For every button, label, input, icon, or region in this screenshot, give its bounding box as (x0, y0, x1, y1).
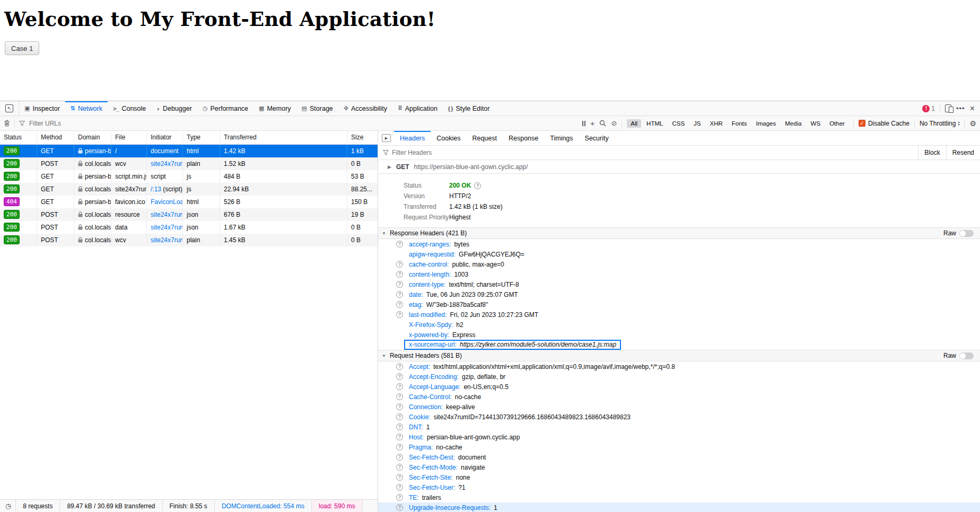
raw-toggle[interactable] (959, 352, 974, 359)
panel-toggle-icon[interactable]: ▶ (382, 134, 391, 142)
disable-cache-checkbox[interactable]: ✓ Disable Cache (859, 120, 909, 127)
header-row[interactable]: x-sourcemap-url: https://zylker.com/modu… (378, 340, 980, 350)
column-header[interactable]: Method (37, 131, 74, 144)
header-row[interactable]: ? DNT: 1 (378, 422, 980, 432)
raw-toggle[interactable] (959, 230, 974, 237)
table-row[interactable]: 200 POST col.localsi... wcv site24x7rum.… (0, 234, 378, 246)
meatball-menu-icon[interactable]: ••• (956, 104, 965, 112)
tool-tab[interactable]: ▣ Inspector (19, 101, 65, 116)
tool-tab[interactable]: ⠿ Application (392, 101, 443, 116)
type-filter-pill[interactable]: HTML (643, 119, 667, 128)
help-icon[interactable]: ? (396, 423, 403, 430)
help-icon[interactable]: ? (396, 373, 403, 380)
table-row[interactable]: 200 GET col.localsi... site24x7rum-mi /:… (0, 183, 378, 196)
pause-icon[interactable] (582, 121, 585, 126)
help-icon[interactable]: ? (474, 182, 481, 189)
responsive-mode-icon[interactable] (945, 104, 951, 112)
request-url-row[interactable]: ▶ GET https://persian-blue-ant-gown.cycl… (378, 160, 980, 174)
header-row[interactable]: ? content-length: 1003 (378, 269, 980, 279)
new-request-icon[interactable]: + (590, 121, 595, 126)
help-icon[interactable]: ? (396, 271, 403, 278)
case-1-button[interactable]: Case 1 (5, 41, 39, 55)
type-filter-pill[interactable]: CSS (668, 119, 688, 128)
header-row[interactable]: x-powered-by: Express (378, 330, 980, 340)
header-row[interactable]: ? Host: persian-blue-ant-gown.cyclic.app (378, 432, 980, 442)
filter-headers-input[interactable] (392, 149, 918, 156)
table-row[interactable]: 200 POST col.localsi... resource site24x… (0, 208, 378, 221)
filter-urls-input[interactable] (29, 120, 151, 127)
help-icon[interactable]: ? (396, 454, 403, 461)
header-row[interactable]: ? Sec-Fetch-Site: none (378, 472, 980, 482)
help-icon[interactable]: ? (396, 363, 403, 370)
tool-tab[interactable]: ⇅ Network (65, 101, 108, 116)
header-row[interactable]: ? accept-ranges: bytes (378, 239, 980, 249)
initiator-link[interactable]: site24x7rum... (151, 224, 183, 231)
help-icon[interactable]: ? (396, 383, 403, 390)
help-icon[interactable]: ? (396, 261, 403, 268)
tool-tab[interactable]: ✜ Accessibility (338, 101, 392, 116)
type-filter-pill[interactable]: XHR (706, 119, 727, 128)
block-requests-icon[interactable]: ⊘ (611, 119, 617, 127)
header-row[interactable]: ? Accept-Language: en-US,en;q=0.5 (378, 382, 980, 392)
type-filter-pill[interactable]: All (627, 119, 641, 128)
tool-tab[interactable]: >_ Console (108, 101, 151, 116)
details-tab[interactable]: Timings (544, 131, 579, 145)
header-row[interactable]: ? date: Tue, 06 Jun 2023 09:25:07 GMT (378, 289, 980, 299)
header-row[interactable]: ? Accept: text/html,application/xhtml+xm… (378, 361, 980, 372)
type-filter-pill[interactable]: Images (752, 119, 780, 128)
header-row[interactable]: ? Connection: keep-alive (378, 402, 980, 412)
type-filter-pill[interactable]: Media (781, 119, 805, 128)
column-header[interactable]: Domain (74, 131, 111, 144)
help-icon[interactable]: ? (396, 413, 403, 420)
help-icon[interactable]: ? (396, 311, 403, 318)
column-header[interactable]: Initiator (147, 131, 183, 144)
error-count-button[interactable]: ! 1 (922, 105, 935, 112)
header-row[interactable]: ? cache-control: public, max-age=0 (378, 259, 980, 269)
header-row[interactable]: ? TE: trailers (378, 492, 980, 502)
header-row[interactable]: ? Sec-Fetch-Mode: navigate (378, 462, 980, 472)
help-icon[interactable]: ? (396, 444, 403, 451)
initiator-link[interactable]: script (151, 173, 166, 180)
table-row[interactable]: 200 GET persian-b... / document html 1.4… (0, 145, 378, 157)
details-tab[interactable]: Cookies (431, 131, 466, 145)
throttling-select[interactable]: No Throttling ▴▾ (920, 120, 960, 127)
header-row[interactable]: ? content-type: text/html; charset=UTF-8 (378, 279, 980, 289)
tool-tab[interactable]: ▦ Memory (253, 101, 296, 116)
close-icon[interactable]: × (970, 104, 975, 113)
header-row[interactable]: ? last-modified: Fri, 02 Jun 2023 10:27:… (378, 310, 980, 320)
help-icon[interactable]: ? (396, 494, 403, 501)
column-header[interactable]: Type (183, 131, 220, 144)
type-filter-pill[interactable]: Other (826, 119, 848, 128)
help-icon[interactable]: ? (396, 281, 403, 288)
help-icon[interactable]: ? (396, 291, 403, 298)
details-tab[interactable]: Security (579, 131, 615, 145)
twisty-closed-icon[interactable]: ▶ (388, 164, 391, 170)
table-row[interactable]: 200 GET persian-b... script.min.js scrip… (0, 170, 378, 183)
help-icon[interactable]: ? (396, 434, 403, 440)
type-filter-pill[interactable]: JS (690, 119, 704, 128)
initiator-link[interactable]: site24x7rum... (151, 160, 183, 167)
details-tab[interactable]: Response (503, 131, 544, 145)
initiator-link[interactable]: /:13 (151, 186, 161, 193)
response-headers-section[interactable]: ▼ Response Headers (421 B) Raw (378, 227, 980, 239)
search-icon[interactable] (599, 120, 606, 127)
initiator-link[interactable]: site24x7rum... (151, 236, 183, 244)
help-icon[interactable]: ? (396, 474, 403, 481)
help-icon[interactable]: ? (396, 504, 403, 511)
initiator-link[interactable]: site24x7rum... (151, 211, 183, 218)
tool-tab[interactable]: ◗ Debugger (151, 101, 197, 116)
initiator-link[interactable]: document (151, 147, 179, 155)
header-row[interactable]: apigw-requestid: GFw6HjQACGYEJ6Q= (378, 249, 980, 259)
header-row[interactable]: ? Cache-Control: no-cache (378, 392, 980, 402)
help-icon[interactable]: ? (396, 484, 403, 491)
table-row[interactable]: 200 POST col.localsi... wcv site24x7rum.… (0, 157, 378, 170)
header-row[interactable]: ? Pragma: no-cache (378, 442, 980, 452)
help-icon[interactable]: ? (396, 241, 403, 248)
tool-tab[interactable]: ◷ Performance (197, 101, 253, 116)
tool-tab[interactable]: ▤ Storage (296, 101, 338, 116)
help-icon[interactable]: ? (396, 403, 403, 410)
help-icon[interactable]: ? (396, 393, 403, 400)
clear-requests-button[interactable] (4, 120, 10, 127)
column-header[interactable]: File (111, 131, 147, 144)
table-row[interactable]: 404 GET persian-b... favicon.ico Favicon… (0, 196, 378, 208)
